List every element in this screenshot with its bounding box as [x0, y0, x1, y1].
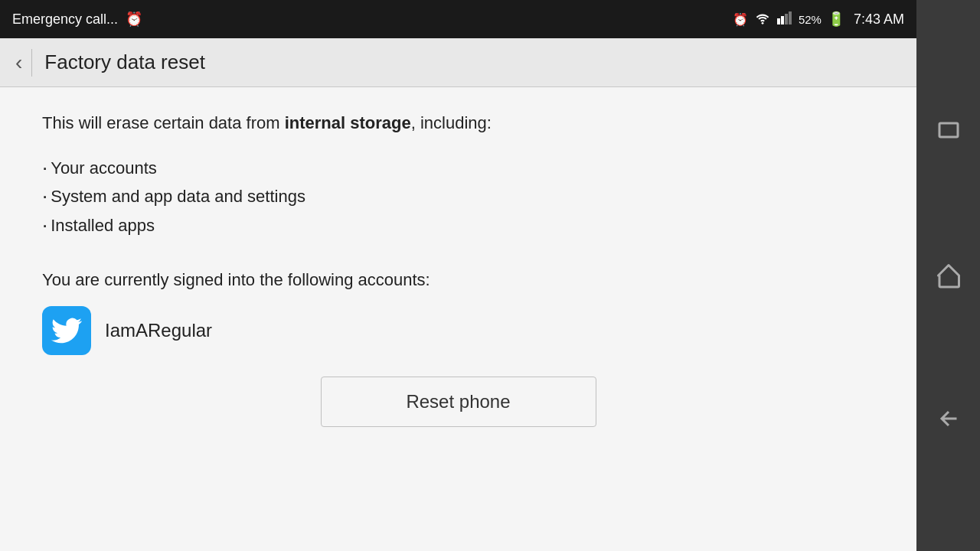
svg-rect-3 — [785, 14, 788, 24]
description-part1: This will erase certain data from — [42, 113, 285, 132]
svg-rect-1 — [777, 18, 780, 24]
accounts-label: You are currently signed into the follow… — [42, 267, 874, 292]
back-button[interactable]: ‹ — [12, 47, 31, 78]
svg-point-0 — [762, 22, 764, 24]
list-item-accounts-text: Your accounts — [51, 154, 157, 182]
account-username: IamARegular — [105, 320, 212, 341]
status-bar-right: ⏰ 52% 🔋 — [733, 11, 904, 28]
phone-area: Emergency call... ⏰ ⏰ — [0, 0, 916, 551]
toolbar: ‹ Factory data reset — [0, 38, 916, 87]
reset-phone-button[interactable]: Reset phone — [321, 377, 596, 427]
description-text: This will erase certain data from intern… — [42, 110, 874, 135]
list-item-installed-apps-text: Installed apps — [51, 211, 155, 240]
list-item-system-data: System and app data and settings — [42, 182, 874, 210]
accounts-section: You are currently signed into the follow… — [42, 267, 874, 355]
clock-icon: ⏰ — [126, 11, 142, 28]
erased-items-list: Your accounts System and app data and se… — [42, 154, 874, 240]
content-area: This will erase certain data from intern… — [0, 87, 916, 551]
reset-button-container: Reset phone — [42, 377, 874, 427]
signal-icon — [777, 11, 792, 28]
account-row: IamARegular — [42, 306, 874, 355]
list-item-accounts: Your accounts — [42, 154, 874, 182]
system-back-button[interactable] — [926, 399, 972, 438]
svg-rect-2 — [781, 16, 784, 24]
battery-level: 52% — [799, 13, 822, 26]
page-title: Factory data reset — [44, 51, 205, 74]
home-button[interactable] — [926, 256, 972, 295]
svg-rect-5 — [939, 123, 958, 137]
wifi-icon — [754, 11, 771, 28]
status-app-name: Emergency call... — [12, 11, 118, 28]
svg-rect-4 — [789, 11, 792, 24]
nav-sidebar — [916, 0, 980, 551]
toolbar-divider — [31, 49, 32, 77]
battery-icon: 🔋 — [828, 11, 844, 28]
list-item-system-data-text: System and app data and settings — [51, 182, 305, 210]
list-item-installed-apps: Installed apps — [42, 211, 874, 240]
alarm-icon: ⏰ — [733, 12, 748, 27]
description-part2: , including: — [411, 113, 492, 132]
twitter-icon — [42, 306, 91, 355]
back-arrow-icon: ‹ — [15, 51, 22, 75]
recents-button[interactable] — [926, 113, 972, 152]
description-bold: internal storage — [285, 113, 411, 132]
status-bar: Emergency call... ⏰ ⏰ — [0, 0, 916, 38]
status-time: 7:43 AM — [854, 11, 904, 28]
status-bar-left: Emergency call... ⏰ — [12, 11, 733, 28]
